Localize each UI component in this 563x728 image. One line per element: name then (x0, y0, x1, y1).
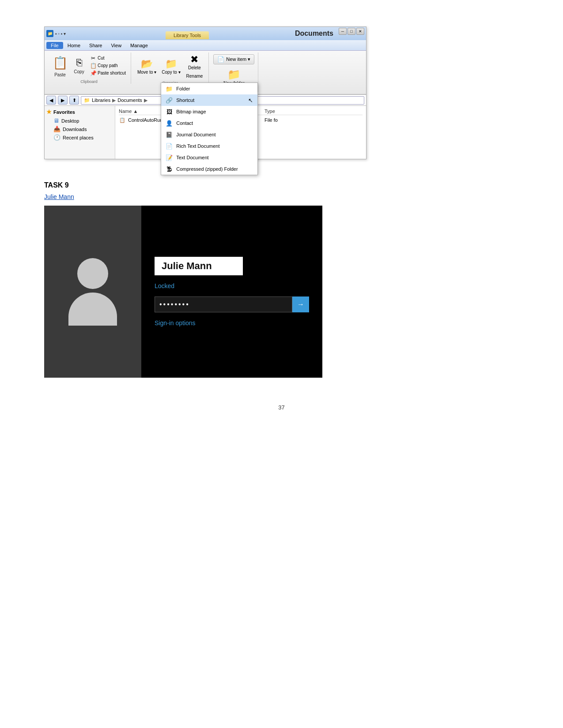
organize-group: 📂 Move to ▾ 📁 Copy to ▾ ✖ Delete Rena (132, 53, 209, 85)
dropdown-item-bitmap[interactable]: 🖼 Bitmap image (161, 106, 257, 117)
delete-icon: ✖ (190, 54, 198, 65)
contact-dropdown-icon: 👤 (166, 120, 173, 127)
copy-icon: ⎘ (76, 57, 82, 68)
file-type: File fo (264, 117, 300, 123)
clipboard-buttons: 📋 Paste ⎘ Copy ✂ Cut (51, 53, 127, 79)
close-button[interactable]: ✕ (356, 28, 364, 35)
window-controls[interactable]: ─ □ ✕ (339, 28, 364, 39)
title-bar-path: ▪ ▫ ▪ ▾ (55, 31, 66, 36)
up-button[interactable]: ⬆ (69, 96, 79, 105)
sidebar-item-recent[interactable]: 🕐 Recent places (46, 133, 113, 142)
password-row: •••••••• → (155, 296, 309, 312)
path-libraries: Libraries (92, 98, 110, 103)
clipboard-group-label: Clipboard (80, 79, 98, 84)
new-item-button[interactable]: 📄 New item ▾ (213, 54, 254, 64)
back-button[interactable]: ◀ (46, 96, 56, 105)
rename-label: Rename (186, 74, 203, 79)
lib-tools-label: Library Tools (166, 31, 209, 39)
copy-path-icon: 📋 (90, 63, 96, 69)
password-submit-button[interactable]: → (292, 296, 309, 312)
shortcut-dropdown-icon: 🔗 (166, 97, 173, 104)
lockscreen: Julie Mann Locked •••••••• → Sign-in opt… (44, 206, 322, 378)
copy-to-icon: 📁 (165, 58, 177, 70)
new-item-icon: 📄 (217, 56, 224, 63)
window-icon: 📁 (46, 30, 53, 37)
sidebar-item-downloads[interactable]: 📥 Downloads (46, 125, 113, 133)
cut-button[interactable]: ✂ Cut (89, 55, 127, 62)
bitmap-dropdown-icon: 🖼 (166, 108, 173, 115)
dropdown-item-zip[interactable]: 🗜 Compressed (zipped) Folder (161, 163, 257, 175)
copy-to-label: Copy to ▾ (162, 70, 180, 75)
ribbon: 📋 Paste ⎘ Copy ✂ Cut (45, 51, 366, 94)
move-to-label: Move to ▾ (137, 70, 156, 75)
lockscreen-content: Julie Mann Locked •••••••• → Sign-in opt… (141, 206, 322, 378)
downloads-icon: 📥 (53, 126, 60, 132)
password-input[interactable]: •••••••• (155, 296, 292, 312)
dropdown-item-folder[interactable]: 📁 Folder (161, 83, 257, 94)
dropdown-contact-label: Contact (176, 120, 193, 126)
recent-label: Recent places (63, 135, 94, 140)
copy-path-button[interactable]: 📋 Copy path (89, 62, 127, 69)
favorites-star-icon: ★ (46, 109, 52, 115)
sidebar-item-desktop[interactable]: 🖥 Desktop (46, 116, 113, 125)
maximize-button[interactable]: □ (348, 28, 355, 35)
dropdown-bitmap-label: Bitmap image (176, 109, 206, 114)
minimize-button[interactable]: ─ (339, 28, 347, 35)
new-buttons: 📄 New item ▾ 📁 New folder (213, 54, 254, 87)
paste-shortcut-label: Paste shortcut (98, 71, 126, 75)
path-sep-1: ▶ (112, 98, 116, 103)
zip-dropdown-icon: 🗜 (166, 165, 173, 173)
new-item-label: New item ▾ (226, 56, 250, 62)
clipboard-group: 📋 Paste ⎘ Copy ✂ Cut (47, 53, 131, 84)
delete-rename-group: ✖ Delete Rename (184, 53, 205, 80)
path-icon: 📁 (84, 98, 90, 103)
paste-button[interactable]: 📋 Paste (51, 53, 69, 79)
paste-shortcut-button[interactable]: 📌 Paste shortcut (89, 70, 127, 77)
copy-button[interactable]: ⎘ Copy (71, 56, 87, 75)
dropdown-item-rtf[interactable]: 📄 Rich Text Document (161, 140, 257, 152)
task9-title: TASK 9 (44, 181, 519, 189)
lock-status: Locked (155, 282, 309, 289)
dropdown-item-contact[interactable]: 👤 Contact (161, 117, 257, 129)
copy-path-label: Copy path (98, 63, 118, 68)
favorites-header: ★ Favorites (46, 109, 113, 115)
sidebar-pane: ★ Favorites 🖥 Desktop 📥 Downloads 🕐 Rece… (45, 106, 115, 159)
menu-item-home[interactable]: Home (63, 42, 85, 49)
avatar-head (77, 258, 108, 289)
avatar-figure (68, 258, 117, 326)
downloads-label: Downloads (63, 127, 87, 132)
menu-item-manage[interactable]: Manage (126, 42, 152, 49)
dropdown-journal-label: Journal Document (176, 132, 215, 137)
dropdown-item-journal[interactable]: 📓 Journal Document (161, 129, 257, 140)
path-sep-2: ▶ (144, 98, 147, 103)
dropdown-item-shortcut[interactable]: 🔗 Shortcut ↖ (161, 94, 257, 106)
copy-to-button[interactable]: 📁 Copy to ▾ (160, 57, 182, 76)
menu-item-view[interactable]: View (106, 42, 126, 49)
signin-options-link[interactable]: Sign-in options (155, 319, 309, 326)
cut-label: Cut (98, 56, 105, 60)
move-to-button[interactable]: 📂 Move to ▾ (136, 57, 158, 76)
txt-dropdown-icon: 📝 (166, 154, 173, 161)
forward-button[interactable]: ▶ (58, 96, 68, 105)
new-folder-icon: 📁 (227, 68, 241, 81)
lock-user-name: Julie Mann (162, 260, 236, 272)
rename-button[interactable]: Rename (184, 72, 205, 80)
lockscreen-avatar (44, 206, 141, 378)
page-number: 37 (44, 404, 519, 411)
dropdown-item-txt[interactable]: 📝 Text Document (161, 152, 257, 163)
dropdown-folder-label: Folder (176, 86, 190, 91)
desktop-label: Desktop (61, 118, 79, 124)
julie-mann-link[interactable]: Julie Mann (44, 193, 74, 200)
dropdown-shortcut-label: Shortcut (176, 98, 194, 103)
menu-item-share[interactable]: Share (85, 42, 106, 49)
cursor-icon: ↖ (248, 97, 253, 104)
menu-item-file[interactable]: File (46, 42, 63, 49)
favorites-label: Favorites (53, 109, 75, 115)
paste-icon: 📋 (53, 54, 67, 71)
delete-button[interactable]: ✖ Delete (186, 53, 203, 71)
dropdown-zip-label: Compressed (zipped) Folder (176, 166, 238, 172)
col-type-header: Type (264, 109, 300, 114)
task9-section: TASK 9 Julie Mann Julie Mann Locked ••••… (44, 181, 519, 378)
delete-label: Delete (188, 65, 201, 70)
cut-icon: ✂ (90, 55, 96, 61)
